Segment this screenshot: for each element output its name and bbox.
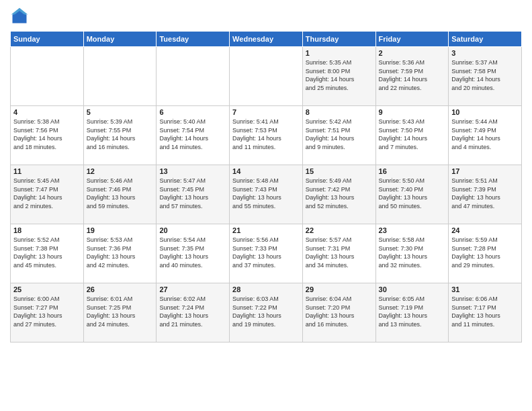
day-number: 7 bbox=[232, 108, 300, 116]
calendar-cell: 29Sunrise: 6:04 AM Sunset: 7:20 PM Dayli… bbox=[302, 283, 375, 342]
calendar-cell: 23Sunrise: 5:58 AM Sunset: 7:30 PM Dayli… bbox=[375, 224, 449, 283]
day-info: Sunrise: 5:52 AM Sunset: 7:38 PM Dayligh… bbox=[13, 236, 81, 269]
day-number: 16 bbox=[379, 167, 446, 175]
weekday-header: Tuesday bbox=[157, 32, 230, 47]
calendar-week-row: 18Sunrise: 5:52 AM Sunset: 7:38 PM Dayli… bbox=[11, 224, 522, 283]
calendar-cell: 6Sunrise: 5:40 AM Sunset: 7:54 PM Daylig… bbox=[157, 106, 230, 165]
day-number: 23 bbox=[379, 226, 446, 234]
header bbox=[10, 7, 522, 26]
day-info: Sunrise: 5:59 AM Sunset: 7:28 PM Dayligh… bbox=[451, 236, 519, 269]
calendar-cell: 16Sunrise: 5:50 AM Sunset: 7:40 PM Dayli… bbox=[375, 165, 449, 224]
day-number: 15 bbox=[306, 167, 373, 175]
day-number: 27 bbox=[159, 285, 226, 293]
day-number: 30 bbox=[379, 285, 446, 293]
day-number: 1 bbox=[306, 49, 373, 57]
calendar-cell: 27Sunrise: 6:02 AM Sunset: 7:24 PM Dayli… bbox=[157, 283, 230, 342]
calendar-cell: 2Sunrise: 5:36 AM Sunset: 7:59 PM Daylig… bbox=[375, 47, 449, 106]
calendar-table: SundayMondayTuesdayWednesdayThursdayFrid… bbox=[10, 31, 522, 342]
header-row: SundayMondayTuesdayWednesdayThursdayFrid… bbox=[11, 32, 522, 47]
day-number: 4 bbox=[13, 108, 81, 116]
weekday-header: Monday bbox=[83, 32, 157, 47]
day-number: 21 bbox=[232, 226, 300, 234]
calendar-cell: 13Sunrise: 5:47 AM Sunset: 7:45 PM Dayli… bbox=[157, 165, 230, 224]
day-info: Sunrise: 5:53 AM Sunset: 7:36 PM Dayligh… bbox=[87, 236, 154, 269]
day-info: Sunrise: 6:05 AM Sunset: 7:19 PM Dayligh… bbox=[379, 295, 446, 328]
calendar-cell bbox=[11, 47, 84, 106]
day-number: 26 bbox=[87, 285, 154, 293]
day-info: Sunrise: 6:03 AM Sunset: 7:22 PM Dayligh… bbox=[232, 295, 300, 328]
day-number: 2 bbox=[379, 49, 446, 57]
calendar-cell bbox=[230, 47, 303, 106]
calendar-cell: 9Sunrise: 5:43 AM Sunset: 7:50 PM Daylig… bbox=[375, 106, 449, 165]
calendar-cell: 19Sunrise: 5:53 AM Sunset: 7:36 PM Dayli… bbox=[83, 224, 157, 283]
day-number: 10 bbox=[451, 108, 519, 116]
day-info: Sunrise: 5:37 AM Sunset: 7:58 PM Dayligh… bbox=[451, 58, 519, 92]
calendar-cell: 17Sunrise: 5:51 AM Sunset: 7:39 PM Dayli… bbox=[449, 165, 522, 224]
day-info: Sunrise: 5:56 AM Sunset: 7:33 PM Dayligh… bbox=[232, 236, 300, 269]
calendar-week-row: 25Sunrise: 6:00 AM Sunset: 7:27 PM Dayli… bbox=[11, 283, 522, 342]
day-info: Sunrise: 6:01 AM Sunset: 7:25 PM Dayligh… bbox=[87, 295, 154, 328]
calendar-cell: 7Sunrise: 5:41 AM Sunset: 7:53 PM Daylig… bbox=[230, 106, 303, 165]
calendar-cell: 1Sunrise: 5:35 AM Sunset: 8:00 PM Daylig… bbox=[302, 47, 375, 106]
calendar-cell: 12Sunrise: 5:46 AM Sunset: 7:46 PM Dayli… bbox=[83, 165, 157, 224]
calendar-cell: 5Sunrise: 5:39 AM Sunset: 7:55 PM Daylig… bbox=[83, 106, 157, 165]
calendar-cell: 3Sunrise: 5:37 AM Sunset: 7:58 PM Daylig… bbox=[449, 47, 522, 106]
weekday-header: Wednesday bbox=[230, 32, 303, 47]
day-info: Sunrise: 5:43 AM Sunset: 7:50 PM Dayligh… bbox=[379, 118, 446, 151]
calendar-cell: 15Sunrise: 5:49 AM Sunset: 7:42 PM Dayli… bbox=[302, 165, 375, 224]
calendar-cell bbox=[83, 47, 157, 106]
calendar-cell: 11Sunrise: 5:45 AM Sunset: 7:47 PM Dayli… bbox=[11, 165, 84, 224]
weekday-header: Saturday bbox=[449, 32, 522, 47]
weekday-header: Thursday bbox=[302, 32, 375, 47]
calendar-week-row: 1Sunrise: 5:35 AM Sunset: 8:00 PM Daylig… bbox=[11, 47, 522, 106]
logo-icon bbox=[10, 7, 29, 26]
calendar-cell: 8Sunrise: 5:42 AM Sunset: 7:51 PM Daylig… bbox=[302, 106, 375, 165]
calendar-cell: 26Sunrise: 6:01 AM Sunset: 7:25 PM Dayli… bbox=[83, 283, 157, 342]
calendar-header: SundayMondayTuesdayWednesdayThursdayFrid… bbox=[11, 32, 522, 47]
calendar-cell: 31Sunrise: 6:06 AM Sunset: 7:17 PM Dayli… bbox=[449, 283, 522, 342]
calendar-cell: 10Sunrise: 5:44 AM Sunset: 7:49 PM Dayli… bbox=[449, 106, 522, 165]
day-number: 14 bbox=[232, 167, 300, 175]
calendar-cell bbox=[157, 47, 230, 106]
day-info: Sunrise: 5:40 AM Sunset: 7:54 PM Dayligh… bbox=[159, 118, 226, 151]
day-number: 13 bbox=[159, 167, 226, 175]
day-number: 8 bbox=[306, 108, 373, 116]
day-number: 18 bbox=[13, 226, 81, 234]
weekday-header: Friday bbox=[375, 32, 449, 47]
calendar-body: 1Sunrise: 5:35 AM Sunset: 8:00 PM Daylig… bbox=[11, 47, 522, 342]
day-number: 11 bbox=[13, 167, 81, 175]
calendar-cell: 18Sunrise: 5:52 AM Sunset: 7:38 PM Dayli… bbox=[11, 224, 84, 283]
day-number: 3 bbox=[451, 49, 519, 57]
day-info: Sunrise: 5:42 AM Sunset: 7:51 PM Dayligh… bbox=[306, 118, 373, 151]
day-number: 24 bbox=[451, 226, 519, 234]
day-info: Sunrise: 5:44 AM Sunset: 7:49 PM Dayligh… bbox=[451, 118, 519, 151]
day-info: Sunrise: 6:02 AM Sunset: 7:24 PM Dayligh… bbox=[159, 295, 226, 328]
day-number: 19 bbox=[87, 226, 154, 234]
day-info: Sunrise: 5:36 AM Sunset: 7:59 PM Dayligh… bbox=[379, 58, 446, 92]
weekday-header: Sunday bbox=[11, 32, 84, 47]
day-number: 17 bbox=[451, 167, 519, 175]
day-info: Sunrise: 5:41 AM Sunset: 7:53 PM Dayligh… bbox=[232, 118, 300, 151]
day-info: Sunrise: 5:50 AM Sunset: 7:40 PM Dayligh… bbox=[379, 177, 446, 210]
day-number: 31 bbox=[451, 285, 519, 293]
day-number: 5 bbox=[87, 108, 154, 116]
day-number: 20 bbox=[159, 226, 226, 234]
day-info: Sunrise: 5:54 AM Sunset: 7:35 PM Dayligh… bbox=[159, 236, 226, 269]
day-info: Sunrise: 5:47 AM Sunset: 7:45 PM Dayligh… bbox=[159, 177, 226, 210]
day-info: Sunrise: 5:35 AM Sunset: 8:00 PM Dayligh… bbox=[306, 58, 373, 92]
svg-marker-0 bbox=[13, 9, 27, 24]
day-info: Sunrise: 5:45 AM Sunset: 7:47 PM Dayligh… bbox=[13, 177, 81, 210]
day-number: 29 bbox=[306, 285, 373, 293]
page-container: SundayMondayTuesdayWednesdayThursdayFrid… bbox=[0, 0, 532, 349]
calendar-week-row: 11Sunrise: 5:45 AM Sunset: 7:47 PM Dayli… bbox=[11, 165, 522, 224]
day-info: Sunrise: 5:48 AM Sunset: 7:43 PM Dayligh… bbox=[232, 177, 300, 210]
day-info: Sunrise: 5:51 AM Sunset: 7:39 PM Dayligh… bbox=[451, 177, 519, 210]
calendar-cell: 14Sunrise: 5:48 AM Sunset: 7:43 PM Dayli… bbox=[230, 165, 303, 224]
day-number: 12 bbox=[87, 167, 154, 175]
day-info: Sunrise: 5:57 AM Sunset: 7:31 PM Dayligh… bbox=[306, 236, 373, 269]
calendar-cell: 25Sunrise: 6:00 AM Sunset: 7:27 PM Dayli… bbox=[11, 283, 84, 342]
day-number: 6 bbox=[159, 108, 226, 116]
day-number: 22 bbox=[306, 226, 373, 234]
calendar-cell: 4Sunrise: 5:38 AM Sunset: 7:56 PM Daylig… bbox=[11, 106, 84, 165]
calendar-cell: 20Sunrise: 5:54 AM Sunset: 7:35 PM Dayli… bbox=[157, 224, 230, 283]
